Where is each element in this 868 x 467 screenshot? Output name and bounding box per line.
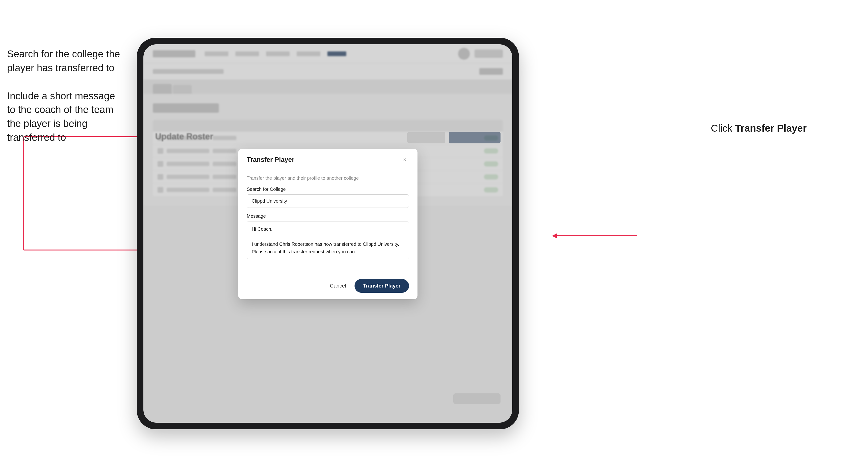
- message-label: Message: [247, 214, 409, 219]
- annotation-text-1: Search for the college the player has tr…: [7, 49, 120, 73]
- svg-marker-6: [552, 234, 557, 238]
- modal-subtitle: Transfer the player and their profile to…: [247, 176, 409, 181]
- modal-footer: Cancel Transfer Player: [238, 274, 417, 299]
- message-textarea[interactable]: Hi Coach, I understand Chris Robertson h…: [247, 221, 409, 259]
- annotation-right-prefix: Click: [711, 123, 735, 134]
- annotation-right-bold: Transfer Player: [735, 123, 807, 134]
- search-college-input[interactable]: [247, 194, 409, 208]
- search-college-label: Search for College: [247, 187, 409, 192]
- modal-body: Transfer the player and their profile to…: [238, 169, 417, 274]
- transfer-player-button[interactable]: Transfer Player: [354, 279, 409, 293]
- annotation-right: Click Transfer Player: [711, 123, 807, 134]
- modal-title: Transfer Player: [247, 156, 294, 163]
- tablet-screen: Update Roster Transfer Player × Transfer…: [144, 44, 512, 423]
- modal-header: Transfer Player ×: [238, 149, 417, 169]
- search-college-group: Search for College: [247, 187, 409, 208]
- transfer-player-modal: Transfer Player × Transfer the player an…: [238, 149, 417, 299]
- modal-overlay: Transfer Player × Transfer the player an…: [144, 44, 512, 423]
- modal-close-button[interactable]: ×: [401, 155, 409, 164]
- tablet-frame: Update Roster Transfer Player × Transfer…: [137, 38, 519, 429]
- cancel-button[interactable]: Cancel: [325, 280, 351, 292]
- annotation-text-2: Include a short message to the coach of …: [7, 90, 115, 143]
- message-group: Message Hi Coach, I understand Chris Rob…: [247, 214, 409, 260]
- annotation-left: Search for the college the player has tr…: [7, 47, 120, 145]
